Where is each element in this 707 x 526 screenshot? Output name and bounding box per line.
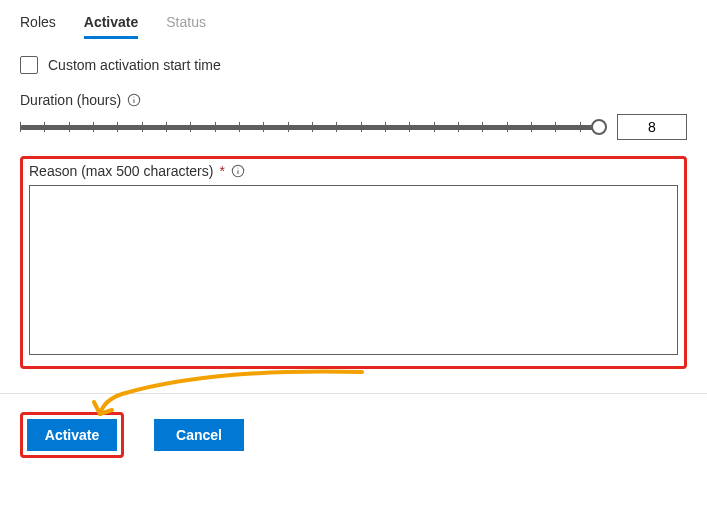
tab-roles[interactable]: Roles: [20, 8, 56, 38]
reason-highlight: Reason (max 500 characters) *: [20, 156, 687, 369]
reason-textarea[interactable]: [29, 185, 678, 355]
duration-input[interactable]: [617, 114, 687, 140]
duration-slider[interactable]: [20, 117, 605, 137]
tabs: Roles Activate Status: [20, 8, 687, 38]
divider: [0, 393, 707, 394]
custom-start-label: Custom activation start time: [48, 57, 221, 73]
button-row: Activate Cancel: [20, 412, 687, 458]
duration-label: Duration (hours): [20, 92, 121, 108]
activate-highlight: Activate: [20, 412, 124, 458]
svg-point-5: [237, 168, 238, 169]
slider-thumb[interactable]: [591, 119, 607, 135]
info-icon[interactable]: [231, 164, 245, 178]
required-indicator: *: [219, 163, 224, 179]
reason-label: Reason (max 500 characters): [29, 163, 213, 179]
tab-activate[interactable]: Activate: [84, 8, 138, 38]
activate-button[interactable]: Activate: [27, 419, 117, 451]
annotation-arrow-icon: [92, 366, 372, 422]
svg-point-2: [134, 97, 135, 98]
tab-status[interactable]: Status: [166, 8, 206, 38]
info-icon[interactable]: [127, 93, 141, 107]
custom-start-checkbox[interactable]: [20, 56, 38, 74]
cancel-button[interactable]: Cancel: [154, 419, 244, 451]
